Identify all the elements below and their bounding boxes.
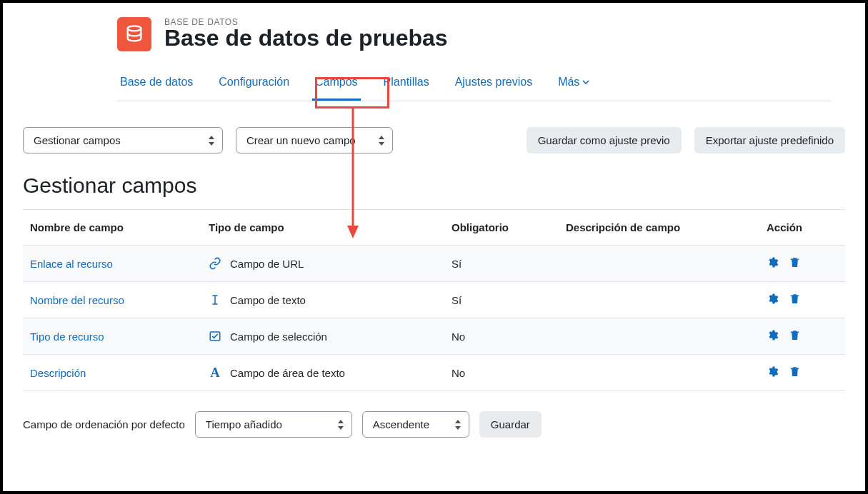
field-type-label: Campo de selección <box>230 331 327 343</box>
th-desc: Descripción de campo <box>559 210 759 246</box>
field-name-link[interactable]: Tipo de recurso <box>30 331 104 343</box>
trash-icon[interactable] <box>789 293 801 307</box>
field-required: No <box>444 318 559 355</box>
field-name-link[interactable]: Enlace al recurso <box>30 258 113 270</box>
tab-campos[interactable]: Campos <box>312 69 361 101</box>
field-type-label: Campo de texto <box>230 294 306 306</box>
trash-icon[interactable] <box>789 329 801 343</box>
sort-field-select[interactable]: Tiempo añadido <box>195 411 352 438</box>
textarea-icon: A <box>209 366 221 379</box>
gear-icon[interactable] <box>767 366 779 380</box>
sort-direction-select[interactable]: Ascendente <box>362 411 469 438</box>
th-type: Tipo de campo <box>201 210 444 246</box>
updown-icon <box>337 419 344 430</box>
save-as-preset-button[interactable]: Guardar como ajuste previo <box>527 127 682 153</box>
page-header: BASE DE DATOS Base de datos de pruebas <box>117 17 845 51</box>
default-sort-row: Campo de ordenación por defecto Tiempo a… <box>23 411 845 438</box>
tab-label: Campos <box>315 76 358 89</box>
table-row: Nombre del recursoCampo de textoSí <box>23 282 845 318</box>
section-title: Gestionar campos <box>23 173 845 198</box>
gear-icon[interactable] <box>767 293 779 307</box>
tab-configuracion[interactable]: Configuración <box>216 69 292 101</box>
export-preset-button[interactable]: Exportar ajuste predefinido <box>694 127 845 153</box>
tab-mas[interactable]: Más <box>555 69 592 101</box>
th-action: Acción <box>759 210 845 246</box>
field-desc <box>559 246 759 282</box>
controls-row: Gestionar campos Crear un nuevo campo Gu… <box>23 127 845 153</box>
trash-icon[interactable] <box>789 366 801 380</box>
gear-icon[interactable] <box>767 256 779 271</box>
updown-icon <box>454 419 462 430</box>
th-required: Obligatorio <box>444 210 559 246</box>
sort-label: Campo de ordenación por defecto <box>23 418 185 430</box>
tab-bar: Base de datos Configuración Campos Plant… <box>117 59 831 101</box>
gear-icon[interactable] <box>767 329 779 343</box>
tab-base-de-datos[interactable]: Base de datos <box>117 69 196 101</box>
chevron-down-icon <box>582 79 589 86</box>
field-required: Sí <box>444 282 559 318</box>
tab-ajustes-previos[interactable]: Ajustes previos <box>452 69 536 101</box>
table-row: Enlace al recursoCampo de URLSí <box>23 246 845 282</box>
field-type-label: Campo de URL <box>230 258 304 270</box>
tab-label: Base de datos <box>120 76 193 89</box>
select-value: Gestionar campos <box>34 134 121 146</box>
select-value: Tiempo añadido <box>206 418 282 430</box>
field-desc <box>559 318 759 355</box>
trash-icon[interactable] <box>789 256 801 271</box>
tab-plantillas[interactable]: Plantillas <box>381 69 432 101</box>
updown-icon <box>378 135 385 146</box>
table-row: Tipo de recursoCampo de selecciónNo <box>23 318 845 355</box>
updown-icon <box>208 135 215 146</box>
tab-label: Más <box>558 76 579 89</box>
tab-label: Plantillas <box>384 76 429 89</box>
fields-table: Nombre de campo Tipo de campo Obligatori… <box>23 209 845 391</box>
url-icon <box>209 257 221 270</box>
manage-fields-select[interactable]: Gestionar campos <box>23 127 223 153</box>
save-sort-button[interactable]: Guardar <box>479 411 542 438</box>
field-type-label: Campo de área de texto <box>230 367 345 379</box>
field-desc <box>559 355 759 391</box>
tab-label: Ajustes previos <box>455 76 533 89</box>
table-row: DescripciónACampo de área de textoNo <box>23 355 845 391</box>
field-required: No <box>444 355 559 391</box>
create-field-select[interactable]: Crear un nuevo campo <box>236 127 393 153</box>
field-desc <box>559 282 759 318</box>
select-icon <box>209 330 221 343</box>
select-value: Crear un nuevo campo <box>246 134 356 146</box>
th-name: Nombre de campo <box>23 210 201 246</box>
select-value: Ascendente <box>373 418 429 430</box>
field-name-link[interactable]: Descripción <box>30 367 86 379</box>
text-icon <box>209 293 221 306</box>
field-required: Sí <box>444 246 559 282</box>
page-title: Base de datos de pruebas <box>164 26 448 51</box>
svg-point-0 <box>128 26 141 31</box>
tab-label: Configuración <box>219 76 289 89</box>
field-name-link[interactable]: Nombre del recurso <box>30 294 124 306</box>
database-icon <box>117 17 151 51</box>
